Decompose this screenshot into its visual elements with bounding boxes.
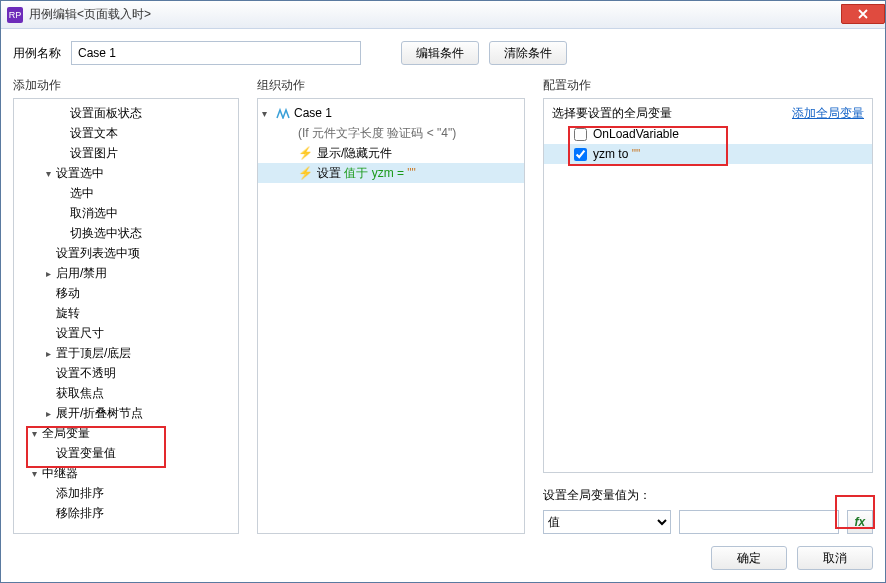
- tree-node[interactable]: 取消选中: [14, 203, 238, 223]
- configure-box: 选择要设置的全局变量 添加全局变量 OnLoadVariable yzm to …: [543, 98, 873, 473]
- dialog-footer: 确定 取消: [1, 546, 885, 582]
- action-row-show-hide[interactable]: ⚡ 显示/隐藏元件: [258, 143, 524, 163]
- fx-button[interactable]: fx: [847, 510, 873, 534]
- condition-text: (If 元件文字长度 验证码 < "4"): [298, 125, 456, 142]
- tree-node[interactable]: ▸置于顶层/底层: [14, 343, 238, 363]
- var-row-onload[interactable]: OnLoadVariable: [544, 124, 872, 144]
- tree-node-label: 旋转: [56, 305, 80, 322]
- tree-node-label: 设置图片: [70, 145, 118, 162]
- var-checkbox-onload[interactable]: [574, 128, 587, 141]
- panel-configure-action: 配置动作 选择要设置的全局变量 添加全局变量 OnLoadVariable: [543, 77, 873, 534]
- tree-node[interactable]: 设置图片: [14, 143, 238, 163]
- close-icon: [857, 8, 869, 20]
- variable-list[interactable]: OnLoadVariable yzm to "": [544, 124, 872, 472]
- tree-node-label: 设置选中: [56, 165, 104, 182]
- titlebar: RP 用例编辑<页面载入时>: [1, 1, 885, 29]
- expand-icon[interactable]: ▸: [46, 268, 56, 279]
- tree-node-label: 设置文本: [70, 125, 118, 142]
- tree-node[interactable]: 设置面板状态: [14, 103, 238, 123]
- tree-node[interactable]: ▾设置选中: [14, 163, 238, 183]
- tree-node-label: 启用/禁用: [56, 265, 107, 282]
- edit-condition-button[interactable]: 编辑条件: [401, 41, 479, 65]
- add-global-var-link[interactable]: 添加全局变量: [792, 105, 864, 122]
- window-title: 用例编辑<页面载入时>: [29, 6, 151, 23]
- condition-row[interactable]: (If 元件文字长度 验证码 < "4"): [258, 123, 524, 143]
- panel-add-actions: 添加动作 设置面板状态设置文本设置图片▾设置选中选中取消选中切换选中状态设置列表…: [13, 77, 239, 534]
- tree-node[interactable]: 选中: [14, 183, 238, 203]
- value-type-select[interactable]: 值: [543, 510, 671, 534]
- organize-tree[interactable]: ▾ Case 1 (If 元件文字长度 验证码 < "4") ⚡ 显示/隐藏元件: [257, 98, 525, 534]
- set-value-label: 设置全局变量值为：: [543, 487, 873, 504]
- tree-node[interactable]: 设置文本: [14, 123, 238, 143]
- var-name: yzm to "": [593, 147, 640, 161]
- tree-node-label: 设置面板状态: [70, 105, 142, 122]
- tree-node-label: 设置尺寸: [56, 325, 104, 342]
- expand-icon[interactable]: ▾: [32, 428, 42, 439]
- tree-node[interactable]: 移除排序: [14, 503, 238, 523]
- var-name: OnLoadVariable: [593, 127, 679, 141]
- tree-node[interactable]: 切换选中状态: [14, 223, 238, 243]
- tree-node-label: 设置变量值: [56, 445, 116, 462]
- tree-node[interactable]: ▸启用/禁用: [14, 263, 238, 283]
- tree-node-label: 添加排序: [56, 485, 104, 502]
- dialog-window: RP 用例编辑<页面载入时> 用例名称 编辑条件 清除条件 添加动作 设置面板状…: [0, 0, 886, 583]
- expand-icon[interactable]: ▾: [32, 468, 42, 479]
- tree-node[interactable]: 设置列表选中项: [14, 243, 238, 263]
- tree-node[interactable]: ▾全局变量: [14, 423, 238, 443]
- expand-icon[interactable]: ▾: [262, 108, 272, 119]
- tree-node-label: 获取焦点: [56, 385, 104, 402]
- tree-node[interactable]: 移动: [14, 283, 238, 303]
- case-name-input[interactable]: [71, 41, 361, 65]
- panel-org-label: 组织动作: [257, 77, 525, 94]
- case-icon: [276, 107, 290, 119]
- configure-header: 选择要设置的全局变量 添加全局变量: [544, 99, 872, 124]
- dialog-content: 用例名称 编辑条件 清除条件 添加动作 设置面板状态设置文本设置图片▾设置选中选…: [1, 29, 885, 546]
- tree-node-label: 中继器: [42, 465, 78, 482]
- var-row-yzm[interactable]: yzm to "": [544, 144, 872, 164]
- app-icon: RP: [7, 7, 23, 23]
- action-text: 显示/隐藏元件: [317, 145, 392, 162]
- select-var-label: 选择要设置的全局变量: [552, 105, 672, 122]
- tree-node[interactable]: 添加排序: [14, 483, 238, 503]
- clear-condition-button[interactable]: 清除条件: [489, 41, 567, 65]
- panel-cfg-label: 配置动作: [543, 77, 873, 94]
- tree-node-label: 置于顶层/底层: [56, 345, 131, 362]
- tree-node[interactable]: ▸展开/折叠树节点: [14, 403, 238, 423]
- set-value-section: 设置全局变量值为： 值 fx: [543, 487, 873, 534]
- tree-node[interactable]: 设置不透明: [14, 363, 238, 383]
- case-node[interactable]: ▾ Case 1: [258, 103, 524, 123]
- panels: 添加动作 设置面板状态设置文本设置图片▾设置选中选中取消选中切换选中状态设置列表…: [13, 77, 873, 534]
- action-row-set-var[interactable]: ⚡ 设置 值于 yzm = "": [258, 163, 524, 183]
- tree-node-label: 切换选中状态: [70, 225, 142, 242]
- cancel-button[interactable]: 取消: [797, 546, 873, 570]
- bolt-icon: ⚡: [298, 166, 313, 180]
- add-actions-tree[interactable]: 设置面板状态设置文本设置图片▾设置选中选中取消选中切换选中状态设置列表选中项▸启…: [13, 98, 239, 534]
- tree-node[interactable]: 旋转: [14, 303, 238, 323]
- tree-node-label: 全局变量: [42, 425, 90, 442]
- expand-icon[interactable]: ▸: [46, 408, 56, 419]
- action-set-label: 设置 值于 yzm = "": [317, 165, 416, 182]
- var-checkbox-yzm[interactable]: [574, 148, 587, 161]
- case-title: Case 1: [294, 106, 332, 120]
- bolt-icon: ⚡: [298, 146, 313, 160]
- ok-button[interactable]: 确定: [711, 546, 787, 570]
- panel-organize-actions: 组织动作 ▾ Case 1 (If 元件文字长度 验证码 < "4"): [257, 77, 525, 534]
- tree-node-label: 移动: [56, 285, 80, 302]
- expand-icon[interactable]: ▾: [46, 168, 56, 179]
- tree-node-label: 取消选中: [70, 205, 118, 222]
- tree-node[interactable]: 获取焦点: [14, 383, 238, 403]
- case-name-label: 用例名称: [13, 45, 61, 62]
- tree-node[interactable]: 设置变量值: [14, 443, 238, 463]
- tree-node-label: 移除排序: [56, 505, 104, 522]
- tree-node[interactable]: ▾中继器: [14, 463, 238, 483]
- tree-node-label: 展开/折叠树节点: [56, 405, 143, 422]
- close-button[interactable]: [841, 4, 885, 24]
- tree-node-label: 选中: [70, 185, 94, 202]
- tree-node-label: 设置列表选中项: [56, 245, 140, 262]
- tree-node-label: 设置不透明: [56, 365, 116, 382]
- tree-node[interactable]: 设置尺寸: [14, 323, 238, 343]
- top-row: 用例名称 编辑条件 清除条件: [13, 41, 873, 65]
- value-input[interactable]: [679, 510, 839, 534]
- expand-icon[interactable]: ▸: [46, 348, 56, 359]
- panel-add-label: 添加动作: [13, 77, 239, 94]
